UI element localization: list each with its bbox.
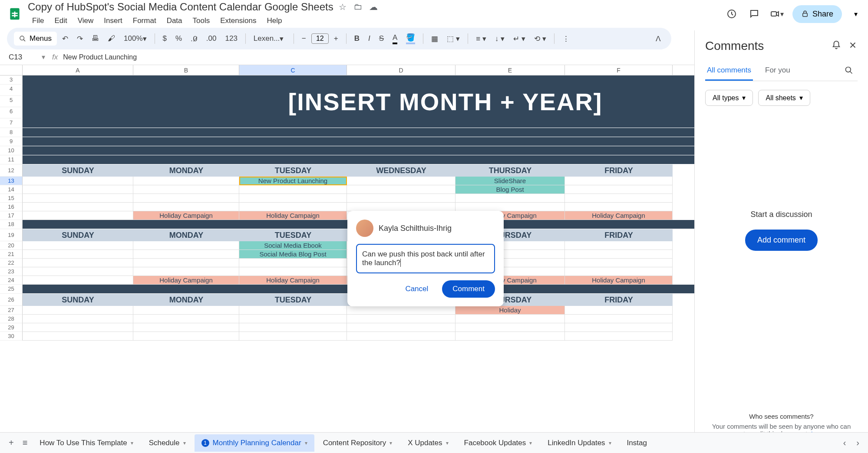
strike-icon[interactable]: S	[376, 32, 387, 46]
row-header[interactable]: 12	[0, 164, 23, 177]
cell[interactable]: Holiday Campaign	[565, 211, 673, 220]
comment-textarea[interactable]: Can we push this post back until after t…	[356, 244, 495, 273]
ref-caret-icon[interactable]: ▾	[42, 53, 45, 61]
more-icon[interactable]: ⋮	[559, 32, 573, 46]
cell-reference-input[interactable]	[7, 51, 42, 63]
row-header[interactable]: 14	[0, 185, 23, 194]
row-header[interactable]: 6	[0, 107, 23, 118]
menu-file[interactable]: File	[28, 15, 48, 27]
share-button[interactable]: Share	[792, 5, 842, 23]
search-icon[interactable]	[840, 62, 858, 81]
paint-format-icon[interactable]: 🖌	[104, 32, 119, 46]
percent-icon[interactable]: %	[172, 32, 185, 46]
text-color-icon[interactable]: A	[389, 31, 401, 47]
tab-scroll-right-icon[interactable]: ›	[853, 434, 863, 451]
history-icon[interactable]	[725, 7, 739, 21]
col-header-E[interactable]: E	[455, 65, 565, 75]
merge-icon[interactable]: ⬚ ▾	[443, 32, 463, 46]
menu-tools[interactable]: Tools	[188, 15, 215, 27]
cloud-icon[interactable]: ☁	[369, 2, 378, 12]
row-header[interactable]: 17	[0, 211, 23, 220]
day-header[interactable]: SUNDAY	[23, 164, 133, 177]
rotate-icon[interactable]: ⟲ ▾	[531, 32, 550, 46]
select-all-corner[interactable]	[0, 65, 23, 75]
col-header-C[interactable]: C	[239, 65, 347, 75]
row-header[interactable]: 23	[0, 267, 23, 276]
row-header[interactable]: 21	[0, 250, 23, 259]
menu-insert[interactable]: Insert	[99, 15, 127, 27]
row-header[interactable]: 8	[0, 128, 23, 137]
italic-icon[interactable]: I	[365, 32, 374, 46]
day-header[interactable]: FRIDAY	[565, 164, 673, 177]
cell[interactable]: Holiday Campaign	[133, 211, 239, 220]
borders-icon[interactable]: ▦	[428, 32, 442, 46]
font-size-input[interactable]: 12	[311, 33, 329, 44]
halign-icon[interactable]: ≡ ▾	[472, 32, 490, 46]
row-header[interactable]: 18	[0, 220, 23, 229]
row-header[interactable]: 16	[0, 203, 23, 211]
font-size-increase[interactable]: +	[330, 32, 342, 46]
sheet-tab[interactable]: LinkedIn Updates ▾	[541, 434, 618, 452]
sheet-tab[interactable]: X Updates ▾	[401, 434, 455, 452]
cancel-button[interactable]: Cancel	[396, 280, 437, 298]
row-header[interactable]: 10	[0, 146, 23, 155]
row-header[interactable]: 20	[0, 241, 23, 250]
col-header-D[interactable]: D	[347, 65, 455, 75]
cell[interactable]: SlideShare	[455, 177, 565, 185]
row-header[interactable]: 30	[0, 332, 23, 341]
font-select[interactable]: Lexen... ▾	[250, 33, 289, 45]
print-icon[interactable]: 🖶	[88, 32, 102, 46]
row-header[interactable]: 5	[0, 96, 23, 107]
notifications-icon[interactable]	[832, 40, 841, 52]
row-header[interactable]: 27	[0, 306, 23, 315]
doc-title[interactable]: Copy of HubSpot's Social Media Content C…	[28, 1, 333, 13]
filter-sheets[interactable]: All sheets ▾	[758, 90, 810, 106]
redo-icon[interactable]: ↷	[73, 32, 86, 46]
cell[interactable]: Holiday Campaign	[239, 211, 347, 220]
row-header[interactable]: 7	[0, 118, 23, 128]
selected-cell[interactable]: New Product Launching	[239, 177, 347, 185]
row-header[interactable]: 28	[0, 315, 23, 323]
tab-all-comments[interactable]: All comments	[705, 62, 753, 81]
day-header[interactable]: MONDAY	[133, 164, 239, 177]
sheet-tab[interactable]: Schedule ▾	[142, 434, 193, 452]
comment-button[interactable]: Comment	[442, 280, 495, 298]
row-header[interactable]: 15	[0, 194, 23, 203]
sheet-tab[interactable]: Facebook Updates ▾	[457, 434, 539, 452]
tab-scroll-left-icon[interactable]: ‹	[840, 434, 850, 451]
menu-format[interactable]: Format	[129, 15, 161, 27]
row-header[interactable]: 13	[0, 177, 23, 185]
row-header[interactable]: 3	[0, 76, 23, 85]
wrap-icon[interactable]: ↵ ▾	[510, 32, 529, 46]
row-header[interactable]: 9	[0, 137, 23, 146]
col-header-A[interactable]: A	[23, 65, 133, 75]
undo-icon[interactable]: ↶	[59, 32, 72, 46]
filter-types[interactable]: All types ▾	[705, 90, 753, 106]
menu-view[interactable]: View	[73, 15, 98, 27]
star-icon[interactable]: ☆	[339, 2, 347, 12]
add-sheet-icon[interactable]: +	[5, 434, 17, 451]
menu-extensions[interactable]: Extensions	[216, 15, 261, 27]
zoom-select[interactable]: 100% ▾	[120, 33, 150, 45]
share-caret[interactable]: ▾	[851, 7, 861, 22]
col-header-F[interactable]: F	[565, 65, 673, 75]
add-comment-button[interactable]: Add comment	[745, 230, 818, 251]
decrease-decimal-icon[interactable]: .0̷	[187, 32, 201, 46]
row-header[interactable]: 4	[0, 85, 23, 96]
row-header[interactable]: 24	[0, 276, 23, 285]
bold-icon[interactable]: B	[351, 32, 363, 46]
fill-color-icon[interactable]: 🪣	[403, 30, 419, 47]
col-header-B[interactable]: B	[133, 65, 239, 75]
menus-search[interactable]: Menus	[14, 32, 57, 46]
day-header[interactable]: TUESDAY	[239, 164, 347, 177]
comments-icon[interactable]	[747, 7, 761, 21]
menu-data[interactable]: Data	[162, 15, 187, 27]
row-header[interactable]: 25	[0, 285, 23, 294]
sheets-logo[interactable]	[7, 6, 23, 22]
video-icon[interactable]: ▾	[770, 7, 784, 21]
sheet-tab[interactable]: Instag	[620, 434, 654, 452]
row-header[interactable]: 11	[0, 155, 23, 164]
all-sheets-icon[interactable]: ≡	[19, 434, 31, 451]
row-header[interactable]: 26	[0, 294, 23, 306]
move-icon[interactable]: 🗀	[353, 2, 362, 12]
